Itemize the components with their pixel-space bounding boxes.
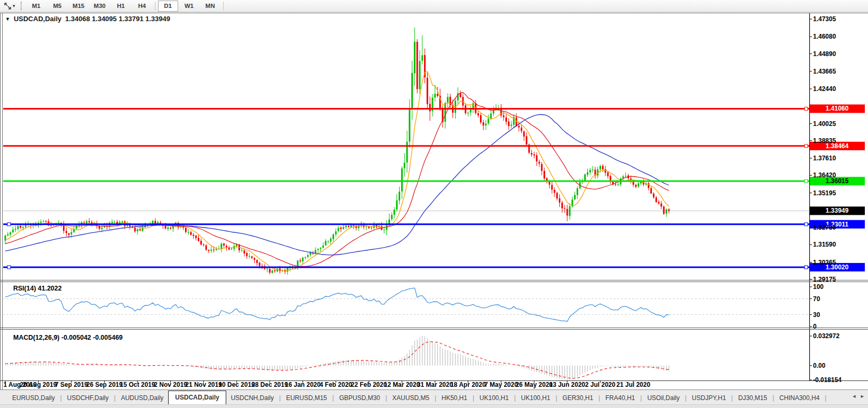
tab-dj30-m15[interactable]: DJ30,M15 xyxy=(733,392,772,404)
candle-body xyxy=(200,241,202,244)
chevron-down-icon[interactable]: ▾ xyxy=(13,3,15,8)
cursor-tool-icon[interactable] xyxy=(3,2,12,10)
candle-body xyxy=(599,166,601,169)
candle-body xyxy=(251,257,253,258)
timeframe-button-m5[interactable]: M5 xyxy=(48,1,68,12)
candle-body xyxy=(101,228,103,229)
candle-body xyxy=(587,173,588,175)
timeframe-button-w1[interactable]: W1 xyxy=(179,1,199,12)
candle-body xyxy=(335,231,337,234)
date-axis-label: 7 May 2020 xyxy=(484,381,518,388)
candle-body xyxy=(556,193,558,198)
candle-body xyxy=(320,248,321,249)
candle-body xyxy=(409,108,410,141)
timeframe-button-d1[interactable]: D1 xyxy=(158,1,178,12)
candle-body xyxy=(310,253,311,255)
timeframe-button-h4[interactable]: H4 xyxy=(132,1,152,12)
line-handle[interactable] xyxy=(805,179,808,183)
candle-body xyxy=(391,215,393,219)
line-handle[interactable] xyxy=(805,144,808,148)
tab-hk50-h1[interactable]: HK50,H1 xyxy=(437,392,472,404)
candle-body xyxy=(490,113,492,119)
candle-body xyxy=(152,221,153,223)
chart-title: ▼ USDCAD,Daily 1.34068 1.34095 1.33791 1… xyxy=(5,15,170,23)
line-handle[interactable] xyxy=(805,266,808,269)
candle-body xyxy=(213,250,215,250)
candle-body xyxy=(195,235,197,238)
date-axis-label: 2 Nov 2019 xyxy=(154,381,187,388)
candle-body xyxy=(546,178,548,180)
candle-body xyxy=(477,113,479,115)
tab-usdjpy-h1[interactable]: USDJPY,H1 xyxy=(687,392,731,404)
candle-body xyxy=(660,203,662,206)
tab-fra40-h1[interactable]: FRA40,H1 xyxy=(601,392,640,404)
tab-usdchf-daily[interactable]: USDCHF,Daily xyxy=(62,392,114,404)
candle-body xyxy=(531,153,532,155)
candle-body xyxy=(511,125,512,126)
candle-body xyxy=(371,228,372,228)
candle-body xyxy=(539,162,540,164)
candle-body xyxy=(307,255,309,257)
date-axis-label: 22 Feb 2020 xyxy=(351,381,387,388)
candle-body xyxy=(569,206,570,216)
line-handle[interactable] xyxy=(805,223,808,226)
line-handle[interactable] xyxy=(805,107,808,110)
candle-body xyxy=(139,229,141,230)
candle-body xyxy=(259,262,261,266)
tab-audusd-daily[interactable]: AUDUSD,Daily xyxy=(116,392,169,404)
tab-china300-h4[interactable]: CHINA300,H4 xyxy=(774,392,824,404)
candle-body xyxy=(533,155,535,156)
tab-gbpusd-m30[interactable]: GBPUSD,M30 xyxy=(335,392,385,404)
timeframe-button-m15[interactable]: M15 xyxy=(69,1,89,12)
candle-body xyxy=(276,269,278,271)
candle-body xyxy=(220,243,222,249)
candle-body xyxy=(84,222,85,223)
timeframe-button-m1[interactable]: M1 xyxy=(26,1,47,12)
rsi-indicator-label: RSI(14) 41.2022 xyxy=(13,285,62,292)
tab-eurusd-m15[interactable]: EURUSD,M15 xyxy=(281,392,331,404)
collapse-triangle-icon[interactable]: ▼ xyxy=(5,16,10,22)
candle-body xyxy=(129,225,131,226)
toolbar-grip[interactable] xyxy=(21,2,22,10)
candle-body xyxy=(417,42,418,89)
timeframe-button-m30[interactable]: M30 xyxy=(90,1,110,12)
candle-body xyxy=(429,104,431,111)
candle-body xyxy=(615,184,616,185)
candle-body xyxy=(142,227,143,231)
tab-eurusd-daily[interactable]: EURUSD,Daily xyxy=(7,392,60,404)
date-axis-label: 12 Mar 2020 xyxy=(384,381,420,388)
candle-body xyxy=(304,257,306,258)
candle-body xyxy=(20,226,21,228)
tab-uk100-h1[interactable]: UK100,H1 xyxy=(475,392,513,404)
candle-body xyxy=(190,232,192,235)
candle-body xyxy=(68,233,70,235)
date-axis-label: 7 Sep 2019 xyxy=(55,381,88,388)
hline-tag-label: 1.41060 xyxy=(826,105,849,112)
candle-body xyxy=(401,168,403,191)
candle-body xyxy=(205,246,207,250)
candle-body xyxy=(577,188,578,195)
chart-canvas[interactable]: 1.410601.384641.360151.330111.300201.473… xyxy=(0,13,868,389)
tab-xauusd-m5[interactable]: XAUUSD,M5 xyxy=(387,392,434,404)
candle-body xyxy=(241,250,243,251)
candle-body xyxy=(45,221,47,222)
line-handle[interactable] xyxy=(7,223,11,226)
candle-body xyxy=(137,229,138,231)
tab-scroll-right-icon[interactable]: ▸ xyxy=(861,393,864,400)
candle-body xyxy=(165,225,167,229)
candle-body xyxy=(338,228,339,231)
timeframe-button-mn[interactable]: MN xyxy=(200,1,220,12)
price-axis-label: 1.47305 xyxy=(813,15,836,23)
candle-body xyxy=(322,246,324,248)
line-handle[interactable] xyxy=(7,266,11,269)
price-axis-label: 1.46080 xyxy=(813,33,836,40)
candle-body xyxy=(170,228,171,229)
candle-body xyxy=(71,232,72,234)
tab-scroll-left-icon[interactable]: ◂ xyxy=(853,393,856,400)
tab-usdcnh-daily[interactable]: USDCNH,Daily xyxy=(226,392,279,404)
timeframe-button-h1[interactable]: H1 xyxy=(111,1,131,12)
tab-usoil-daily[interactable]: USOil,Daily xyxy=(642,392,684,404)
tab-usdcad-daily[interactable]: USDCAD,Daily xyxy=(168,391,226,404)
tab-uk100-h1[interactable]: UK100,H1 xyxy=(516,392,555,404)
tab-ger30-h1[interactable]: GER30,H1 xyxy=(558,392,598,404)
